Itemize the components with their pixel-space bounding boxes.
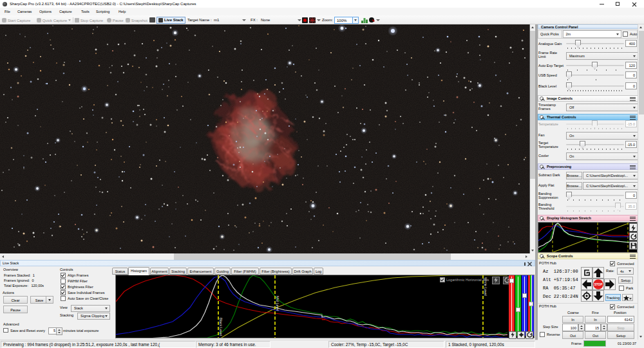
svg-text:Black Level: Black Level (219, 318, 223, 336)
svg-text:Mid Level: Mid Level (276, 296, 279, 311)
svg-text:STOP: STOP (594, 283, 602, 286)
